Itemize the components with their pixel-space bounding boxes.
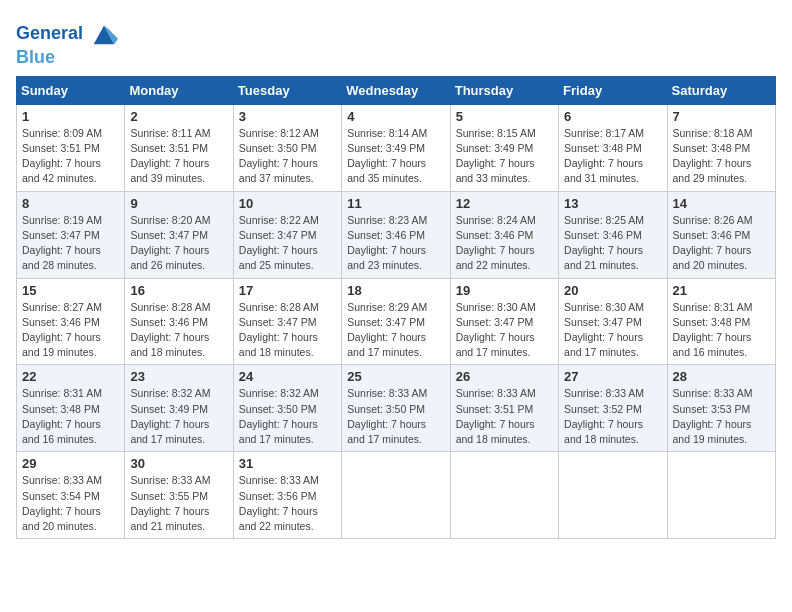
calendar-cell: 16 Sunrise: 8:28 AM Sunset: 3:46 PM Dayl… xyxy=(125,278,233,365)
header: General Blue xyxy=(16,16,776,68)
calendar-header-row: SundayMondayTuesdayWednesdayThursdayFrid… xyxy=(17,76,776,104)
weekday-header-saturday: Saturday xyxy=(667,76,775,104)
calendar-cell: 28 Sunrise: 8:33 AM Sunset: 3:53 PM Dayl… xyxy=(667,365,775,452)
day-number: 3 xyxy=(239,109,336,124)
calendar-table: SundayMondayTuesdayWednesdayThursdayFrid… xyxy=(16,76,776,539)
day-info: Sunrise: 8:09 AM Sunset: 3:51 PM Dayligh… xyxy=(22,126,119,187)
day-number: 15 xyxy=(22,283,119,298)
calendar-cell: 9 Sunrise: 8:20 AM Sunset: 3:47 PM Dayli… xyxy=(125,191,233,278)
calendar-week-row: 22 Sunrise: 8:31 AM Sunset: 3:48 PM Dayl… xyxy=(17,365,776,452)
day-info: Sunrise: 8:17 AM Sunset: 3:48 PM Dayligh… xyxy=(564,126,661,187)
calendar-week-row: 15 Sunrise: 8:27 AM Sunset: 3:46 PM Dayl… xyxy=(17,278,776,365)
day-number: 16 xyxy=(130,283,227,298)
weekday-header-thursday: Thursday xyxy=(450,76,558,104)
day-info: Sunrise: 8:33 AM Sunset: 3:54 PM Dayligh… xyxy=(22,473,119,534)
day-info: Sunrise: 8:22 AM Sunset: 3:47 PM Dayligh… xyxy=(239,213,336,274)
calendar-cell: 18 Sunrise: 8:29 AM Sunset: 3:47 PM Dayl… xyxy=(342,278,450,365)
calendar-week-row: 29 Sunrise: 8:33 AM Sunset: 3:54 PM Dayl… xyxy=(17,452,776,539)
day-number: 14 xyxy=(673,196,770,211)
day-number: 2 xyxy=(130,109,227,124)
calendar-cell: 1 Sunrise: 8:09 AM Sunset: 3:51 PM Dayli… xyxy=(17,104,125,191)
day-number: 9 xyxy=(130,196,227,211)
calendar-cell: 30 Sunrise: 8:33 AM Sunset: 3:55 PM Dayl… xyxy=(125,452,233,539)
calendar-cell: 20 Sunrise: 8:30 AM Sunset: 3:47 PM Dayl… xyxy=(559,278,667,365)
calendar-cell xyxy=(559,452,667,539)
calendar-cell: 24 Sunrise: 8:32 AM Sunset: 3:50 PM Dayl… xyxy=(233,365,341,452)
day-info: Sunrise: 8:33 AM Sunset: 3:50 PM Dayligh… xyxy=(347,386,444,447)
calendar-cell: 15 Sunrise: 8:27 AM Sunset: 3:46 PM Dayl… xyxy=(17,278,125,365)
weekday-header-wednesday: Wednesday xyxy=(342,76,450,104)
day-number: 25 xyxy=(347,369,444,384)
calendar-cell xyxy=(450,452,558,539)
day-info: Sunrise: 8:33 AM Sunset: 3:56 PM Dayligh… xyxy=(239,473,336,534)
day-number: 30 xyxy=(130,456,227,471)
day-number: 10 xyxy=(239,196,336,211)
day-number: 21 xyxy=(673,283,770,298)
day-info: Sunrise: 8:32 AM Sunset: 3:50 PM Dayligh… xyxy=(239,386,336,447)
calendar-week-row: 8 Sunrise: 8:19 AM Sunset: 3:47 PM Dayli… xyxy=(17,191,776,278)
day-info: Sunrise: 8:25 AM Sunset: 3:46 PM Dayligh… xyxy=(564,213,661,274)
calendar-cell: 5 Sunrise: 8:15 AM Sunset: 3:49 PM Dayli… xyxy=(450,104,558,191)
calendar-cell: 7 Sunrise: 8:18 AM Sunset: 3:48 PM Dayli… xyxy=(667,104,775,191)
day-number: 26 xyxy=(456,369,553,384)
calendar-cell xyxy=(667,452,775,539)
calendar-cell: 29 Sunrise: 8:33 AM Sunset: 3:54 PM Dayl… xyxy=(17,452,125,539)
day-info: Sunrise: 8:11 AM Sunset: 3:51 PM Dayligh… xyxy=(130,126,227,187)
calendar-cell: 4 Sunrise: 8:14 AM Sunset: 3:49 PM Dayli… xyxy=(342,104,450,191)
day-number: 12 xyxy=(456,196,553,211)
day-number: 31 xyxy=(239,456,336,471)
day-info: Sunrise: 8:19 AM Sunset: 3:47 PM Dayligh… xyxy=(22,213,119,274)
day-number: 28 xyxy=(673,369,770,384)
day-number: 6 xyxy=(564,109,661,124)
day-info: Sunrise: 8:26 AM Sunset: 3:46 PM Dayligh… xyxy=(673,213,770,274)
weekday-header-friday: Friday xyxy=(559,76,667,104)
day-info: Sunrise: 8:15 AM Sunset: 3:49 PM Dayligh… xyxy=(456,126,553,187)
calendar-cell: 3 Sunrise: 8:12 AM Sunset: 3:50 PM Dayli… xyxy=(233,104,341,191)
day-info: Sunrise: 8:30 AM Sunset: 3:47 PM Dayligh… xyxy=(564,300,661,361)
logo: General Blue xyxy=(16,20,118,68)
day-number: 20 xyxy=(564,283,661,298)
calendar-cell: 31 Sunrise: 8:33 AM Sunset: 3:56 PM Dayl… xyxy=(233,452,341,539)
day-number: 19 xyxy=(456,283,553,298)
day-info: Sunrise: 8:33 AM Sunset: 3:51 PM Dayligh… xyxy=(456,386,553,447)
calendar-cell: 26 Sunrise: 8:33 AM Sunset: 3:51 PM Dayl… xyxy=(450,365,558,452)
day-number: 7 xyxy=(673,109,770,124)
logo-line2: Blue xyxy=(16,48,118,68)
day-info: Sunrise: 8:18 AM Sunset: 3:48 PM Dayligh… xyxy=(673,126,770,187)
day-info: Sunrise: 8:23 AM Sunset: 3:46 PM Dayligh… xyxy=(347,213,444,274)
calendar-cell xyxy=(342,452,450,539)
day-info: Sunrise: 8:33 AM Sunset: 3:55 PM Dayligh… xyxy=(130,473,227,534)
day-number: 5 xyxy=(456,109,553,124)
day-info: Sunrise: 8:20 AM Sunset: 3:47 PM Dayligh… xyxy=(130,213,227,274)
calendar-cell: 6 Sunrise: 8:17 AM Sunset: 3:48 PM Dayli… xyxy=(559,104,667,191)
calendar-week-row: 1 Sunrise: 8:09 AM Sunset: 3:51 PM Dayli… xyxy=(17,104,776,191)
day-info: Sunrise: 8:33 AM Sunset: 3:52 PM Dayligh… xyxy=(564,386,661,447)
calendar-cell: 22 Sunrise: 8:31 AM Sunset: 3:48 PM Dayl… xyxy=(17,365,125,452)
calendar-cell: 13 Sunrise: 8:25 AM Sunset: 3:46 PM Dayl… xyxy=(559,191,667,278)
day-number: 29 xyxy=(22,456,119,471)
day-info: Sunrise: 8:27 AM Sunset: 3:46 PM Dayligh… xyxy=(22,300,119,361)
day-number: 4 xyxy=(347,109,444,124)
day-number: 27 xyxy=(564,369,661,384)
day-info: Sunrise: 8:14 AM Sunset: 3:49 PM Dayligh… xyxy=(347,126,444,187)
calendar-cell: 19 Sunrise: 8:30 AM Sunset: 3:47 PM Dayl… xyxy=(450,278,558,365)
logo-text: General xyxy=(16,20,118,48)
day-number: 18 xyxy=(347,283,444,298)
day-number: 22 xyxy=(22,369,119,384)
day-number: 11 xyxy=(347,196,444,211)
day-number: 23 xyxy=(130,369,227,384)
day-number: 13 xyxy=(564,196,661,211)
calendar-cell: 11 Sunrise: 8:23 AM Sunset: 3:46 PM Dayl… xyxy=(342,191,450,278)
calendar-cell: 8 Sunrise: 8:19 AM Sunset: 3:47 PM Dayli… xyxy=(17,191,125,278)
day-info: Sunrise: 8:32 AM Sunset: 3:49 PM Dayligh… xyxy=(130,386,227,447)
day-info: Sunrise: 8:33 AM Sunset: 3:53 PM Dayligh… xyxy=(673,386,770,447)
calendar-cell: 10 Sunrise: 8:22 AM Sunset: 3:47 PM Dayl… xyxy=(233,191,341,278)
day-info: Sunrise: 8:24 AM Sunset: 3:46 PM Dayligh… xyxy=(456,213,553,274)
logo-icon xyxy=(90,20,118,48)
calendar-cell: 23 Sunrise: 8:32 AM Sunset: 3:49 PM Dayl… xyxy=(125,365,233,452)
day-info: Sunrise: 8:31 AM Sunset: 3:48 PM Dayligh… xyxy=(22,386,119,447)
weekday-header-tuesday: Tuesday xyxy=(233,76,341,104)
weekday-header-monday: Monday xyxy=(125,76,233,104)
weekday-header-sunday: Sunday xyxy=(17,76,125,104)
calendar-cell: 12 Sunrise: 8:24 AM Sunset: 3:46 PM Dayl… xyxy=(450,191,558,278)
